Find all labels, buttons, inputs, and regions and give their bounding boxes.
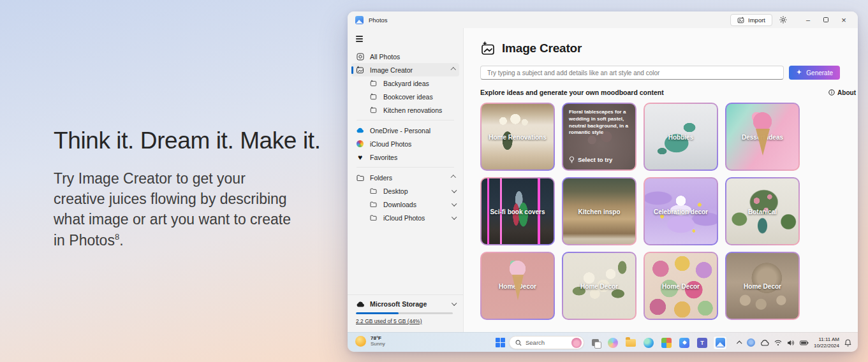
microsoft-store-icon[interactable] bbox=[659, 336, 673, 350]
taskbar-clock[interactable]: 11:11 AM 10/22/2024 bbox=[814, 337, 839, 349]
tile-label: Hobbies bbox=[645, 133, 717, 140]
tile-wedding-decor-hovered[interactable]: Floral tablescapes for a wedding in soft… bbox=[562, 103, 636, 171]
tile-label: Home Decor bbox=[482, 282, 554, 289]
all-photos-icon bbox=[356, 52, 364, 61]
sidebar-item-label: Bookcover ideas bbox=[383, 93, 433, 101]
divider bbox=[357, 167, 454, 168]
minimize-icon[interactable]: – bbox=[799, 13, 817, 26]
sidebar-item-all-photos[interactable]: All Photos bbox=[351, 50, 459, 63]
storage-usage-link[interactable]: 2.2 GB used of 5 GB (44%) bbox=[356, 318, 422, 324]
sidebar-item-icloud-photos-folder[interactable]: iCloud Photos bbox=[351, 211, 459, 224]
tray-app-icon[interactable] bbox=[747, 338, 755, 347]
tile-label: Home Renovations bbox=[482, 133, 554, 140]
tile-home-decor-4[interactable]: Home Decor bbox=[725, 252, 800, 320]
image-creator-project-icon bbox=[369, 79, 378, 87]
sidebar-item-label: Favorites bbox=[370, 154, 397, 161]
import-button[interactable]: Import bbox=[730, 14, 772, 26]
close-icon[interactable]: × bbox=[835, 13, 853, 26]
tile-label: Kitchen inspo bbox=[563, 208, 635, 215]
tile-scifi-book-covers[interactable]: Sci-fi book covers bbox=[480, 177, 555, 245]
tile-dessert-ideas[interactable]: Dessert ideas bbox=[725, 103, 800, 171]
generate-button[interactable]: Generate bbox=[789, 66, 840, 80]
notification-bell-icon[interactable] bbox=[844, 339, 851, 347]
tray-chevron-up-icon[interactable] bbox=[737, 340, 742, 345]
copilot-icon[interactable] bbox=[606, 336, 620, 350]
edge-browser-icon[interactable] bbox=[642, 336, 656, 350]
chevron-down-icon bbox=[452, 214, 457, 219]
wifi-icon[interactable] bbox=[774, 340, 782, 346]
sidebar-item-label: Folders bbox=[370, 174, 392, 182]
sidebar-item-label: Image Creator bbox=[370, 66, 413, 74]
sidebar-item-favorites[interactable]: ♥ Favorites bbox=[351, 150, 459, 164]
photos-taskbar-icon-active[interactable] bbox=[713, 336, 727, 350]
folder-icon bbox=[369, 214, 378, 222]
clock-time: 11:11 AM bbox=[814, 337, 839, 343]
image-creator-header-icon bbox=[480, 41, 496, 56]
sparkle-icon bbox=[796, 69, 802, 76]
sidebar-item-image-creator[interactable]: Image Creator bbox=[351, 63, 459, 76]
sidebar-item-desktop[interactable]: Desktop bbox=[351, 184, 459, 198]
tile-hobbies[interactable]: Hobbies bbox=[644, 103, 718, 171]
tile-home-decor-3[interactable]: Home Decor bbox=[644, 252, 718, 320]
tile-home-decor-2[interactable]: Home Decor bbox=[562, 252, 636, 320]
settings-gear-icon[interactable] bbox=[775, 13, 791, 26]
sidebar-item-icloud-photos[interactable]: iCloud Photos bbox=[351, 137, 459, 150]
info-icon bbox=[828, 89, 835, 96]
sidebar-item-backyard-ideas[interactable]: Backyard ideas bbox=[351, 76, 459, 90]
tile-label: Dessert ideas bbox=[726, 133, 798, 140]
search-placeholder: Search bbox=[526, 339, 568, 346]
tile-kitchen-inspo[interactable]: Kitchen inspo bbox=[562, 177, 636, 245]
task-view-icon[interactable] bbox=[588, 336, 602, 350]
tile-botanical[interactable]: Botanical bbox=[725, 177, 800, 245]
sidebar-item-folders[interactable]: Folders bbox=[351, 171, 459, 184]
sidebar-item-kitchen-renovations[interactable]: Kitchen renovations bbox=[351, 103, 459, 117]
folder-icon bbox=[369, 200, 378, 208]
battery-icon[interactable] bbox=[800, 340, 809, 345]
weather-temp: 78°F bbox=[371, 335, 385, 341]
sidebar-item-downloads[interactable]: Downloads bbox=[351, 198, 459, 211]
onedrive-cloud-icon bbox=[356, 126, 364, 134]
sidebar: All Photos Image Creator Backyard ideas … bbox=[348, 28, 464, 332]
prompt-input[interactable] bbox=[480, 66, 784, 80]
chevron-down-icon[interactable] bbox=[452, 301, 457, 306]
sidebar-item-label: Downloads bbox=[383, 201, 416, 208]
storage-progress-bar bbox=[356, 312, 453, 314]
chevron-up-icon bbox=[450, 68, 455, 73]
file-explorer-icon[interactable] bbox=[624, 336, 638, 350]
taskbar: 78°F Sunny Search T bbox=[348, 332, 858, 352]
sidebar-item-label: Backyard ideas bbox=[383, 80, 429, 87]
tile-hover-prompt: Floral tablescapes for a wedding in soft… bbox=[569, 109, 629, 136]
heart-icon: ♥ bbox=[356, 153, 364, 161]
sidebar-item-label: iCloud Photos bbox=[383, 214, 425, 222]
storage-panel: Microsoft Storage 2.2 GB used of 5 GB (4… bbox=[348, 294, 463, 332]
tile-label: Home Decor bbox=[726, 282, 798, 289]
tile-celebration-decor[interactable]: Celebration decor bbox=[644, 177, 718, 245]
generate-label: Generate bbox=[806, 69, 833, 76]
sidebar-item-onedrive[interactable]: OneDrive - Personal bbox=[351, 124, 459, 137]
sidebar-item-bookcover-ideas[interactable]: Bookcover ideas bbox=[351, 90, 459, 103]
teams-icon[interactable]: T bbox=[695, 336, 709, 350]
maximize-icon[interactable] bbox=[817, 13, 835, 26]
tile-home-decor-1[interactable]: Home Decor bbox=[480, 252, 555, 320]
select-to-try-button[interactable]: Select to try bbox=[569, 156, 629, 164]
weather-widget[interactable]: 78°F Sunny bbox=[355, 335, 385, 347]
weather-condition: Sunny bbox=[371, 341, 385, 347]
storage-cloud-icon bbox=[356, 301, 365, 307]
photos-app-window: Photos Import – × bbox=[348, 11, 858, 332]
volume-icon[interactable] bbox=[787, 340, 795, 346]
hamburger-menu-icon[interactable] bbox=[348, 32, 367, 46]
tile-label: Home Decor bbox=[645, 282, 717, 289]
taskbar-search-box[interactable]: Search bbox=[509, 336, 584, 349]
app-identity: Photos bbox=[355, 16, 388, 24]
image-creator-icon bbox=[356, 66, 364, 74]
tile-label: Celebration decor bbox=[645, 208, 717, 215]
dev-home-icon[interactable] bbox=[677, 336, 691, 350]
image-creator-project-icon bbox=[369, 106, 378, 114]
start-button[interactable] bbox=[496, 338, 505, 347]
photos-app-icon bbox=[355, 16, 364, 24]
tile-home-renovations[interactable]: Home Renovations bbox=[480, 103, 555, 171]
onedrive-tray-icon[interactable] bbox=[760, 340, 769, 346]
moodboard-grid: Home Renovations Floral tablescapes for … bbox=[480, 103, 840, 320]
folder-icon bbox=[369, 187, 378, 195]
about-button[interactable]: About bbox=[828, 89, 856, 96]
